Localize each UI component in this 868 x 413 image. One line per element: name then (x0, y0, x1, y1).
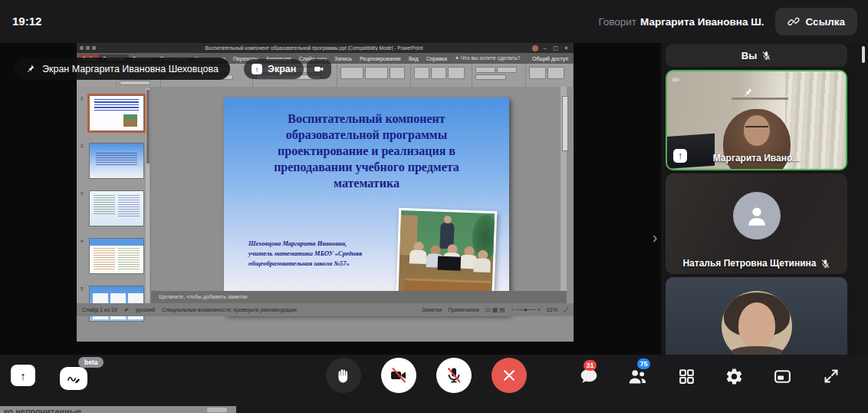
camera-off-button[interactable] (381, 358, 416, 393)
mic-off-icon (445, 366, 463, 385)
participant-tile[interactable] (666, 277, 847, 355)
slide-thumbnail-4 (89, 238, 144, 274)
ppt-tab-review: Рецензирование (356, 55, 405, 63)
ribbon-group (337, 64, 411, 87)
close-icon (501, 368, 517, 383)
status-right-group: Заметки Примечания ▭ ▦ ▤ − ──●── + 61% ⤢ (422, 306, 568, 314)
ppt-tell-me: ✦ Что вы хотите сделать? (455, 55, 520, 61)
camera-on-icon (672, 75, 681, 84)
pen-scribble-icon (66, 371, 81, 386)
main-stage: Воспитательный компонент образовательной… (0, 43, 661, 355)
camera-icon (314, 64, 324, 74)
participant-tile-you[interactable]: Вы (666, 44, 847, 67)
screen-share-badge: ↑ Экран (244, 59, 304, 79)
screen-share-active-button[interactable]: ↑ (11, 365, 35, 386)
camera-overlay-button[interactable] (307, 59, 331, 79)
zoom-slider: − ──●── + (511, 306, 541, 313)
ppt-tab-help: Справка (422, 55, 451, 63)
pin-icon (25, 64, 35, 74)
layout-grid-button[interactable] (676, 365, 697, 387)
unread-filter-popup[interactable]: ко непрочитанные (0, 406, 236, 413)
status-notes-toggle: Заметки (422, 307, 442, 312)
participants-sidebar: Вы ↑ Маргарита Ивано... Наталья Петровна… (666, 44, 847, 355)
participant-tile[interactable]: Наталья Петровна Щетинина (666, 173, 847, 274)
ppt-undo-icon (92, 46, 96, 50)
view-switcher-icons: ▭ ▦ ▤ (485, 306, 505, 313)
sidebar-collapse-button[interactable]: › (648, 223, 662, 252)
mic-off-button[interactable] (436, 358, 472, 393)
copy-link-button[interactable]: Ссылка (775, 8, 857, 35)
status-accessibility: Специальные возможности: проверьте реком… (162, 307, 297, 312)
popup-toggle (207, 408, 227, 412)
fullscreen-button[interactable] (820, 365, 842, 387)
ppt-notes-pane: Щелкните, чтобы добавить заметки (151, 291, 567, 303)
slide-thumbnail-1 (89, 95, 144, 131)
top-bar: 19:12 ГоворитМаргарита Ивановна Ш. Ссылк… (0, 0, 868, 43)
thumbnails-scrollbar (146, 88, 150, 315)
call-timer: 19:12 (12, 15, 41, 28)
unread-filter-label: ко непрочитанные (4, 407, 81, 413)
ppt-title-bar: Воспитательный компонент образовательной… (77, 43, 574, 53)
ribbon-group (526, 64, 574, 87)
fit-slide-icon: ⤢ (564, 306, 568, 314)
top-right-group: ГоворитМаргарита Ивановна Ш. Ссылка (598, 0, 857, 43)
chat-unread-badge: 31 (584, 360, 597, 371)
video-person-glasses (745, 126, 768, 132)
ribbon-group (472, 64, 526, 87)
participant-name: Наталья Петровна Щетинина (666, 258, 847, 269)
status-zoom-level: 61% (547, 307, 557, 312)
ppt-body: 1 2 3 4 5 Воспитательный компонент образ… (77, 87, 574, 316)
ppt-account-avatar (532, 45, 538, 51)
speaking-name: Маргарита Ивановна Ш. (640, 16, 764, 28)
slide-title: Воспитательный компонент образовательной… (252, 111, 482, 192)
thumb-number: 1 (81, 96, 83, 101)
slide-thumbnail-2 (89, 143, 144, 179)
ribbon-group (411, 64, 472, 87)
annotation-pen-button[interactable] (60, 367, 87, 390)
ppt-tab-view: Вид (405, 55, 422, 63)
ppt-window-title: Воспитательный компонент образовательной… (98, 45, 530, 51)
settings-button[interactable] (723, 365, 745, 387)
pinned-screen-pill[interactable]: Экран Маргарита Ивановна Шеховцова (14, 58, 230, 80)
end-call-button[interactable] (492, 358, 527, 393)
ppt-tab-record: Запись (330, 55, 356, 63)
grid-icon (677, 367, 696, 386)
spellcheck-icon: ✔ (124, 306, 129, 313)
status-language: русский (136, 307, 155, 312)
ppt-slide-canvas: Воспитательный компонент образовательной… (151, 87, 567, 316)
mic-muted-icon (820, 259, 830, 269)
slide-thumbnail-3 (89, 190, 144, 226)
screen-share-video[interactable]: Воспитательный компонент образовательной… (77, 43, 574, 342)
speaking-indicator: ГоворитМаргарита Ивановна Ш. (598, 16, 764, 28)
link-button-label: Ссылка (806, 16, 845, 28)
thumb-number: 3 (81, 191, 83, 196)
status-slide-position: Слайд 1 из 19 (82, 307, 117, 312)
video-window-frame (732, 97, 789, 100)
share-arrow-icon: ↑ (252, 64, 262, 74)
pip-icon (773, 367, 792, 386)
participant-name: Вы (741, 50, 758, 61)
call-toolbar: ↑ beta 31 75 (0, 355, 868, 413)
pin-icon (742, 87, 753, 97)
ppt-slide-thumbnails: 1 2 3 4 5 (77, 87, 151, 316)
sidebar-scrollbar[interactable] (862, 46, 865, 63)
slide-scrollbar (560, 87, 567, 316)
expand-icon (822, 367, 840, 385)
ppt-minimize-icon: – (541, 45, 549, 51)
avatar-photo (722, 291, 792, 355)
ppt-status-bar: Слайд 1 из 19 ✔ русский Специальные возм… (77, 303, 574, 316)
participant-tile-speaker[interactable]: ↑ Маргарита Ивано... (666, 70, 847, 170)
gear-icon (725, 367, 744, 386)
status-comments-toggle: Примечания (448, 307, 478, 312)
raise-hand-button[interactable] (326, 358, 361, 393)
link-icon (787, 15, 800, 28)
picture-in-picture-button[interactable] (771, 365, 793, 387)
participant-name: Маргарита Ивано... (667, 153, 846, 164)
mic-muted-icon (761, 51, 771, 61)
hand-icon (334, 366, 353, 385)
ppt-maximize-icon: ▢ (551, 45, 560, 51)
ppt-close-icon: ✕ (562, 45, 570, 51)
current-slide: Воспитательный компонент образовательной… (224, 97, 509, 315)
thumb-number: 4 (81, 239, 83, 243)
avatar-placeholder (733, 192, 781, 240)
